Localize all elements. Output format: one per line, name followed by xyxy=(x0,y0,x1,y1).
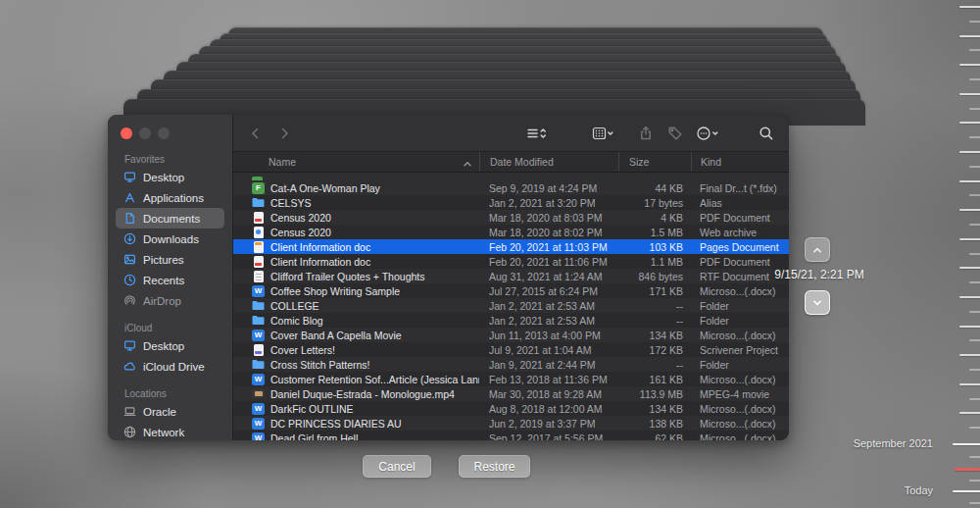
timeline-tick[interactable] xyxy=(969,281,980,283)
sidebar-item-applications[interactable]: Applications xyxy=(116,187,224,208)
column-header-label: Name xyxy=(269,156,296,168)
column-header-size[interactable]: Size xyxy=(618,152,691,172)
file-row[interactable]: Daniel Duque-Estrada - Monologue.mp4Mar … xyxy=(233,386,789,401)
timeline-tick[interactable] xyxy=(953,443,980,445)
timeline-tick[interactable] xyxy=(969,398,980,400)
timeline-tick[interactable] xyxy=(969,78,980,80)
timeline-tick[interactable] xyxy=(959,326,980,328)
timemachine-forward-button[interactable] xyxy=(805,237,830,262)
timeline-tick[interactable] xyxy=(969,502,980,504)
close-button[interactable] xyxy=(121,127,132,139)
file-row[interactable]: COLLEGEJan 2, 2021 at 2:53 AM--Folder xyxy=(233,298,789,313)
sidebar-item-oracle[interactable]: Oracle xyxy=(116,401,224,422)
timemachine-back-button[interactable] xyxy=(805,290,830,315)
file-row[interactable]: Cross Stitch Patterns!Jan 9, 2021 at 2:4… xyxy=(233,357,789,372)
file-row[interactable]: Cover Letters!Jul 9, 2021 at 1:04 AM172 … xyxy=(233,342,789,357)
minimize-button[interactable] xyxy=(139,127,151,139)
list-view-icon[interactable] xyxy=(526,126,549,141)
scrivener-file-icon xyxy=(252,344,265,356)
file-row[interactable]: Clifford Trailer Quotes + ThoughtsAug 31… xyxy=(233,269,789,283)
file-row[interactable]: WCover Band A Capella MovieJun 11, 2013 … xyxy=(233,328,789,342)
timeline-tick[interactable] xyxy=(969,21,980,23)
timeline-tick[interactable] xyxy=(959,93,980,95)
timeline-tick[interactable] xyxy=(969,49,980,51)
timeline-tick[interactable] xyxy=(959,354,980,356)
cancel-button[interactable]: Cancel xyxy=(363,455,431,478)
sidebar-item-desktop[interactable]: Desktop xyxy=(116,167,224,187)
finder-sidebar: FavoritesDesktopApplicationsDocumentsDow… xyxy=(108,115,233,440)
timeline-tick[interactable] xyxy=(969,369,980,371)
file-date-cell: Feb 20, 2021 at 11:03 PM xyxy=(479,241,618,253)
timeline-tick[interactable] xyxy=(969,480,980,482)
forward-icon[interactable] xyxy=(276,126,292,141)
file-row[interactable]: FCat-A One-Woman PlaySep 9, 2019 at 4:24… xyxy=(233,180,789,195)
sidebar-item-airdrop[interactable]: AirDrop xyxy=(116,290,224,311)
group-by-icon[interactable] xyxy=(592,126,614,141)
sidebar-item-desktop[interactable]: Desktop xyxy=(116,335,224,356)
timeline-tick[interactable] xyxy=(959,412,980,414)
file-name: Clifford Trailer Quotes + Thoughts xyxy=(270,271,425,282)
file-name-cell: CELSYS xyxy=(233,197,479,209)
sidebar-item-icloud-drive[interactable]: iCloud Drive xyxy=(116,356,224,377)
sidebar-item-recents[interactable]: Recents xyxy=(116,270,224,290)
pages-file-icon xyxy=(252,241,265,253)
file-row[interactable]: Comic BlogJan 2, 2021 at 2:53 AM--Folder xyxy=(233,313,789,328)
file-kind-cell: Microso...(.docx) xyxy=(691,285,789,297)
share-icon[interactable] xyxy=(638,126,654,141)
file-name-cell: WCoffee Shop Writing Sample xyxy=(233,285,479,297)
desktop-icon xyxy=(122,339,136,352)
timeline-tick[interactable] xyxy=(959,122,980,124)
timeline-tick[interactable] xyxy=(959,238,980,240)
timeline-tick[interactable] xyxy=(969,427,980,429)
column-header-date[interactable]: Date Modified xyxy=(479,152,618,172)
timeline-tick[interactable] xyxy=(969,311,980,313)
timeline-tick[interactable] xyxy=(959,296,980,298)
timeline-tick[interactable] xyxy=(969,166,980,168)
sidebar-section-locations: LocationsOracleNetwork xyxy=(108,388,232,440)
file-row[interactable]: Census 2020Mar 18, 2020 at 8:02 PM1.5 MB… xyxy=(233,225,789,239)
back-icon[interactable] xyxy=(248,126,264,141)
timeline-current-tick[interactable] xyxy=(955,468,980,471)
timeline-tick[interactable] xyxy=(959,180,980,182)
tag-icon[interactable] xyxy=(667,126,683,141)
timeline-tick[interactable] xyxy=(969,253,980,255)
timeline-tick[interactable] xyxy=(959,267,980,269)
zoom-button[interactable] xyxy=(158,127,170,139)
column-header-name[interactable]: Name xyxy=(233,152,479,172)
file-row[interactable]: WCustomer Retention Sof...Article (Jessi… xyxy=(233,372,789,386)
timeline-tick[interactable] xyxy=(969,108,980,110)
file-row[interactable]: CELSYSJan 2, 2021 at 3:20 PM17 bytesAlia… xyxy=(233,195,789,210)
restore-button[interactable]: Restore xyxy=(459,455,530,478)
search-icon[interactable] xyxy=(759,126,774,141)
sidebar-item-documents[interactable]: Documents xyxy=(116,208,224,229)
timeline-tick[interactable] xyxy=(959,209,980,211)
file-row[interactable]: WDead Girl from HellSep 12, 2017 at 5:56… xyxy=(233,431,789,440)
timeline-tick[interactable] xyxy=(953,490,980,492)
file-date-cell: Mar 18, 2020 at 8:03 PM xyxy=(479,212,618,224)
timeline-tick[interactable] xyxy=(969,339,980,341)
pictures-icon xyxy=(122,253,136,266)
timeline-tick[interactable] xyxy=(959,383,980,385)
more-actions-icon[interactable] xyxy=(697,126,719,141)
timeline-tick[interactable] xyxy=(969,136,980,138)
timeline-tick[interactable] xyxy=(969,194,980,196)
timeline-tick[interactable] xyxy=(969,224,980,226)
sidebar-item-downloads[interactable]: Downloads xyxy=(116,229,224,249)
timeline-tick[interactable] xyxy=(959,64,980,66)
timeline-tick[interactable] xyxy=(959,35,980,37)
file-row[interactable]: Client Information docFeb 20, 2021 at 11… xyxy=(233,254,789,269)
timeline-tick[interactable] xyxy=(959,151,980,153)
file-name-cell: WDarkFic OUTLINE xyxy=(233,403,479,415)
timeline-tick[interactable] xyxy=(969,456,980,458)
timeline-tick[interactable] xyxy=(959,6,980,8)
file-row[interactable]: Client Information docFeb 20, 2021 at 11… xyxy=(233,239,789,254)
file-row[interactable]: Census 2020Mar 18, 2020 at 8:03 PM4 KBPD… xyxy=(233,210,789,225)
sidebar-item-pictures[interactable]: Pictures xyxy=(116,249,224,270)
column-header-kind[interactable]: Kind xyxy=(691,152,789,172)
file-row[interactable]: WCoffee Shop Writing SampleJul 27, 2015 … xyxy=(233,283,789,298)
partial-file-row[interactable] xyxy=(233,173,789,180)
movie-file-icon xyxy=(252,388,265,400)
file-row[interactable]: WDC PRINCESS DIARIES AUJun 2, 2019 at 3:… xyxy=(233,416,789,431)
file-row[interactable]: WDarkFic OUTLINEAug 8, 2018 at 12:00 AM1… xyxy=(233,401,789,416)
sidebar-item-network[interactable]: Network xyxy=(116,422,224,440)
